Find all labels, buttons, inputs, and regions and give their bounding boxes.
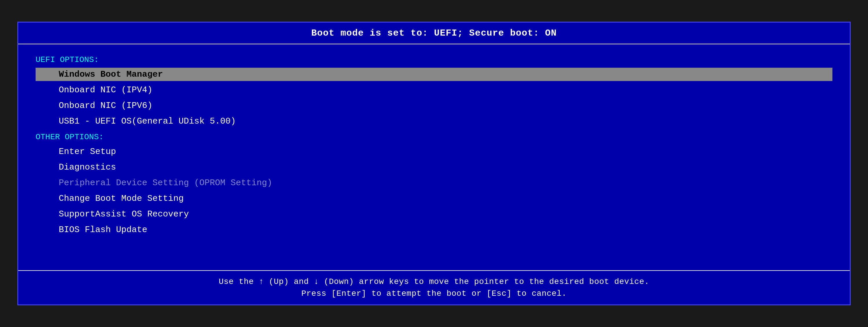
menu-item-windows-boot-manager[interactable]: Windows Boot Manager xyxy=(36,68,832,81)
menu-item-onboard-nic-ipv4[interactable]: Onboard NIC (IPV4) xyxy=(36,83,832,97)
menu-item-supportassist-os-recovery[interactable]: SupportAssist OS Recovery xyxy=(36,207,832,221)
menu-item-usb1-uefi-os[interactable]: USB1 - UEFI OS(General UDisk 5.00) xyxy=(36,115,832,128)
menu-item-diagnostics[interactable]: Diagnostics xyxy=(36,160,832,174)
uefi-section-label: UEFI OPTIONS: xyxy=(36,55,832,64)
other-section-label: OTHER OPTIONS: xyxy=(36,132,832,142)
header-section: Boot mode is set to: UEFI; Secure boot: … xyxy=(18,23,850,44)
footer-line-1: Use the ↑ (Up) and ↓ (Down) arrow keys t… xyxy=(30,277,838,286)
menu-item-bios-flash-update[interactable]: BIOS Flash Update xyxy=(36,223,832,236)
main-content: UEFI OPTIONS: Windows Boot Manager Onboa… xyxy=(18,44,850,270)
menu-item-onboard-nic-ipv6[interactable]: Onboard NIC (IPV6) xyxy=(36,99,832,112)
menu-item-enter-setup[interactable]: Enter Setup xyxy=(36,145,832,158)
menu-item-peripheral-device-setting: Peripheral Device Setting (OPROM Setting… xyxy=(36,176,832,189)
footer-section: Use the ↑ (Up) and ↓ (Down) arrow keys t… xyxy=(18,270,850,304)
menu-item-change-boot-mode-setting[interactable]: Change Boot Mode Setting xyxy=(36,192,832,205)
header-title: Boot mode is set to: UEFI; Secure boot: … xyxy=(311,28,557,38)
bios-screen: Boot mode is set to: UEFI; Secure boot: … xyxy=(18,22,850,305)
footer-line-2: Press [Enter] to attempt the boot or [Es… xyxy=(30,289,838,298)
